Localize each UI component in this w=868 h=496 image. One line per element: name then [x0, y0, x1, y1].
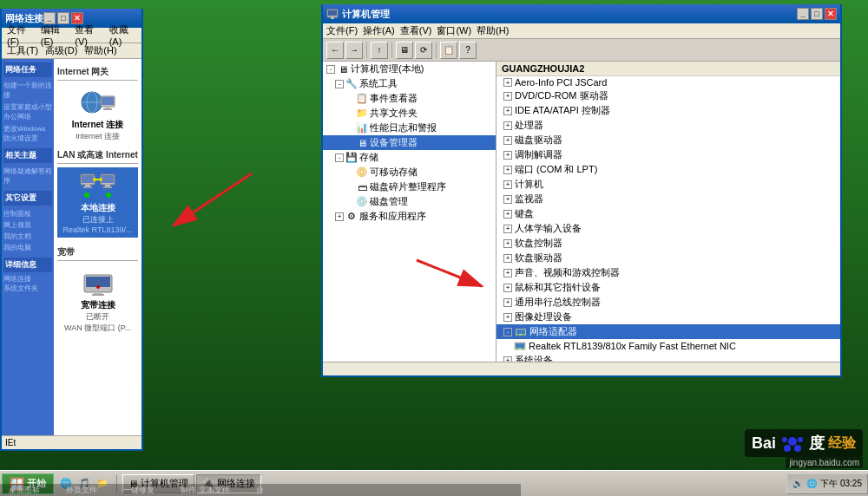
- mgmt-menu-view[interactable]: 查看(V): [400, 24, 432, 37]
- keyboard-expand[interactable]: +: [503, 210, 512, 219]
- mgmt-restore-button[interactable]: □: [811, 8, 823, 20]
- computer-expand[interactable]: +: [503, 180, 512, 189]
- tree-defrag[interactable]: 🗃 磁盘碎片整理程序: [323, 179, 496, 194]
- minimize-button[interactable]: _: [43, 12, 56, 24]
- imaging-expand[interactable]: +: [503, 313, 512, 322]
- my-documents-link[interactable]: 我的文档: [3, 232, 52, 241]
- menu-advanced[interactable]: 高级(D): [42, 44, 81, 57]
- floppy-drive-expand[interactable]: +: [503, 254, 512, 263]
- network-adapter-expand[interactable]: -: [503, 328, 512, 336]
- tray-time: 下午 03:25: [820, 478, 862, 490]
- monitor-expand[interactable]: +: [503, 195, 512, 204]
- my-computer-link[interactable]: 我的电脑: [3, 243, 52, 252]
- device-computer[interactable]: + 计算机: [496, 177, 840, 192]
- event-viewer-icon: 📋: [356, 93, 368, 105]
- mgmt-minimize-button[interactable]: _: [797, 8, 809, 20]
- menu-view[interactable]: 查看(V): [71, 23, 105, 47]
- dvd-expand[interactable]: +: [503, 92, 512, 101]
- tree-services-expander[interactable]: +: [335, 212, 344, 221]
- windows-firewall-link[interactable]: 更改Windows 防火墙设置: [3, 124, 52, 143]
- processor-expand[interactable]: +: [503, 121, 512, 130]
- refresh-button[interactable]: ⟳: [415, 42, 432, 59]
- device-ide-atapi[interactable]: + IDE ATA/ATAPI 控制器: [496, 103, 840, 118]
- device-port[interactable]: + 端口 (COM 和 LPT): [496, 162, 840, 177]
- internet-connection-item[interactable]: Internet 连接 Internet 连接: [57, 84, 138, 146]
- setup-home-network-link[interactable]: 设置家庭或小型办公网络: [3, 102, 52, 121]
- device-realtek-nic[interactable]: Realtek RTL8139/810x Family Fast Etherne…: [496, 339, 840, 353]
- human-input-expand[interactable]: +: [503, 225, 512, 233]
- broadband-connection-item[interactable]: 宽带连接 已断开 WAN 微型端口 (P...: [57, 264, 138, 337]
- lan-conn-icon: [80, 171, 116, 200]
- tree-system-tools-expander[interactable]: -: [335, 80, 344, 88]
- broadband-conn-name: 宽带连接: [81, 299, 115, 311]
- device-processor[interactable]: + 处理器: [496, 118, 840, 133]
- bottom-labels: 桌面图标 外页文件 一键修复 制作 文本文件 台: [0, 484, 521, 496]
- tree-root-expander[interactable]: -: [326, 65, 335, 74]
- ide-expand[interactable]: +: [503, 107, 512, 115]
- device-computer-label: 计算机: [515, 178, 543, 191]
- tree-storage[interactable]: - 💾 存储: [323, 150, 496, 165]
- mgmt-menu-action[interactable]: 操作(A): [363, 24, 395, 37]
- menu-edit[interactable]: 编辑(E): [37, 23, 71, 47]
- device-modem[interactable]: + 调制解调器: [496, 147, 840, 162]
- modem-expand[interactable]: +: [503, 151, 512, 160]
- menu-tools[interactable]: 工具(T): [3, 44, 42, 57]
- device-monitor[interactable]: + 监视器: [496, 192, 840, 206]
- tree-system-tools[interactable]: - 🔧 系统工具: [323, 76, 496, 91]
- aero-info-expand[interactable]: +: [503, 78, 512, 87]
- device-dvd-cdrom[interactable]: + DVD/CD-ROM 驱动器: [496, 88, 840, 103]
- menu-file[interactable]: 文件(F): [3, 23, 37, 47]
- tree-storage-expander[interactable]: -: [335, 153, 344, 162]
- disk-drive-expand[interactable]: +: [503, 136, 512, 145]
- tree-disk-mgmt[interactable]: 💿 磁盘管理: [323, 194, 496, 209]
- device-imaging[interactable]: + 图像处理设备: [496, 310, 840, 324]
- device-human-input[interactable]: + 人体学输入设备: [496, 221, 840, 236]
- device-aero-info[interactable]: + Aero-Info PCI JSCard: [496, 76, 840, 88]
- close-button[interactable]: ✕: [71, 12, 83, 24]
- device-keyboard[interactable]: + 键盘: [496, 206, 840, 221]
- tree-removable[interactable]: 📀 可移动存储: [323, 165, 496, 179]
- mouse-expand[interactable]: +: [503, 284, 512, 292]
- mgmt-menu-window[interactable]: 窗口(W): [437, 24, 471, 37]
- network-neighbor-link[interactable]: 网上领居: [3, 220, 52, 230]
- tree-perf-logs[interactable]: 📊 性能日志和警报: [323, 121, 496, 135]
- svg-rect-27: [331, 17, 334, 19]
- show-hide-button[interactable]: 🖥: [396, 42, 413, 59]
- create-new-conn-link[interactable]: 创建一个新的连接: [3, 81, 52, 100]
- troubleshoot-link[interactable]: 网络疑难解答程序: [3, 166, 52, 186]
- tree-services[interactable]: + ⚙ 服务和应用程序: [323, 209, 496, 224]
- toolbar-sep3: [436, 42, 437, 58]
- tree-shared-folders[interactable]: 📁 共享文件夹: [323, 106, 496, 121]
- menu-help[interactable]: 帮助(H): [81, 44, 120, 57]
- floppy-ctrl-expand[interactable]: +: [503, 239, 512, 248]
- device-mouse[interactable]: + 鼠标和其它指针设备: [496, 280, 840, 295]
- baidu-jingyan-text: 经验: [828, 434, 856, 453]
- lan-connection-item[interactable]: 本地连接 已连接上 Realtek RTL8139/...: [57, 167, 138, 238]
- tree-event-viewer[interactable]: 📋 事件查看器: [323, 91, 496, 106]
- device-floppy-drive[interactable]: + 软盘驱动器: [496, 251, 840, 265]
- sound-expand[interactable]: +: [503, 269, 512, 277]
- maximize-button[interactable]: □: [57, 12, 69, 24]
- back-button[interactable]: ←: [326, 42, 344, 59]
- lan-conn-status: 已连接上: [82, 214, 114, 225]
- mgmt-menu-file[interactable]: 文件(F): [326, 24, 358, 37]
- control-panel-link[interactable]: 控制面板: [3, 209, 52, 219]
- device-disk-drive[interactable]: + 磁盘驱动器: [496, 133, 840, 147]
- usb-expand[interactable]: +: [503, 298, 512, 307]
- tree-device-manager[interactable]: 🖥 设备管理器: [323, 135, 496, 150]
- menu-favorites[interactable]: 收藏(A): [106, 23, 140, 47]
- device-floppy-ctrl[interactable]: + 软盘控制器: [496, 236, 840, 251]
- device-network-adapter[interactable]: - 网络适配器: [496, 324, 840, 339]
- port-expand[interactable]: +: [503, 166, 512, 174]
- mgmt-menu-help[interactable]: 帮助(H): [477, 24, 509, 37]
- tree-root[interactable]: - 🖥 计算机管理(本地): [323, 62, 496, 76]
- device-usb-label: 通用串行总线控制器: [515, 296, 601, 309]
- forward-button[interactable]: →: [345, 42, 363, 59]
- up-button[interactable]: ↑: [371, 42, 388, 59]
- properties-button[interactable]: 📋: [440, 42, 457, 59]
- device-keyboard-label: 键盘: [515, 207, 534, 220]
- device-sound-video[interactable]: + 声音、视频和游戏控制器: [496, 265, 840, 280]
- help-button[interactable]: ?: [459, 42, 477, 59]
- mgmt-close-button[interactable]: ✕: [825, 8, 837, 20]
- device-usb[interactable]: + 通用串行总线控制器: [496, 295, 840, 310]
